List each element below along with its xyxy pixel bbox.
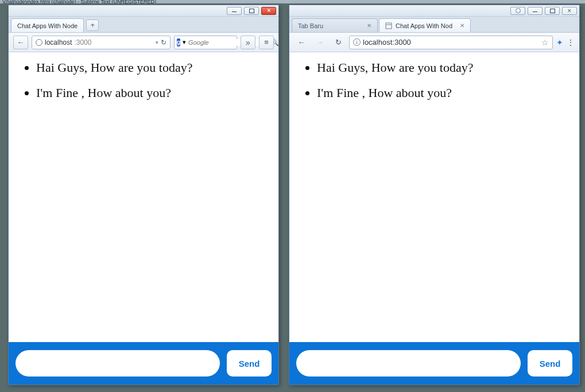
chrome-toolbar: ← → ↻ i ☆ ✦ ⋮ <box>289 33 579 52</box>
chrome-tab-strip: Tab Baru ✕ Chat Apps With Nod ✕ <box>289 17 579 33</box>
forward-button[interactable]: → <box>312 36 327 49</box>
message-input[interactable] <box>296 350 521 377</box>
overflow-button[interactable]: » <box>241 36 255 49</box>
tab-label: Chat Apps With Nod <box>396 22 456 29</box>
address-bar[interactable]: i ☆ <box>349 36 553 49</box>
list-item: Hai Guys, How are you today? <box>36 59 204 76</box>
composer-bar: Send <box>289 342 579 385</box>
globe-icon <box>36 39 42 46</box>
firefox-window: Chat Apps With Node + ← localhost:3000 ▾… <box>8 5 279 385</box>
url-dropdown-icon[interactable]: ▾ <box>156 40 158 45</box>
firefox-tab-strip: Chat Apps With Node + <box>9 17 278 33</box>
search-provider-dropdown-icon[interactable]: ▾ <box>183 38 186 46</box>
page-favicon-icon <box>385 22 392 29</box>
window-close-button[interactable] <box>562 7 577 15</box>
google-provider-icon: g <box>177 38 180 46</box>
window-minimize-button[interactable] <box>528 7 543 15</box>
browser-tab-active[interactable]: Chat Apps With Node <box>11 18 84 32</box>
page-content: Hai Guys, How are you today? I'm Fine , … <box>289 52 579 385</box>
message-input[interactable] <box>16 350 220 377</box>
bookmark-star-icon[interactable]: ☆ <box>541 38 549 47</box>
reload-button[interactable]: ↻ <box>331 36 346 49</box>
tab-label: Tab Baru <box>298 22 363 29</box>
tab-label: Chat Apps With Node <box>17 22 78 29</box>
url-input[interactable] <box>363 38 539 46</box>
message-list: Hai Guys, How are you today? I'm Fine , … <box>9 52 215 342</box>
tab-close-icon[interactable]: ✕ <box>367 22 371 29</box>
svg-rect-0 <box>386 23 392 29</box>
chrome-window: Tab Baru ✕ Chat Apps With Nod ✕ ← → ↻ i … <box>289 5 580 385</box>
window-close-button[interactable] <box>261 7 276 15</box>
url-port: :3000 <box>74 38 91 46</box>
page-content: Hai Guys, How are you today? I'm Fine , … <box>9 52 278 385</box>
message-list: Hai Guys, How are you today? I'm Fine , … <box>289 52 579 342</box>
window-restore-button[interactable] <box>545 7 560 15</box>
window-maximize-button[interactable] <box>244 7 259 15</box>
background-window-title: \chatnode\index.html (chatnode) - Sublim… <box>0 0 585 3</box>
browser-tab-inactive[interactable]: Tab Baru ✕ <box>292 18 378 32</box>
address-bar[interactable]: localhost:3000 ▾ ↻ <box>32 36 171 49</box>
search-box[interactable]: g ▾ 🔍 <box>174 36 237 49</box>
list-item: I'm Fine , How about you? <box>36 84 204 102</box>
window-system-bar <box>9 5 278 17</box>
browser-tab-active[interactable]: Chat Apps With Nod ✕ <box>379 18 471 32</box>
chrome-profile-button[interactable] <box>510 7 525 15</box>
back-button[interactable]: ← <box>294 36 309 49</box>
list-item: I'm Fine , How about you? <box>317 84 568 102</box>
site-info-icon[interactable]: i <box>353 38 361 46</box>
firefox-toolbar: ← localhost:3000 ▾ ↻ g ▾ 🔍 » ≡ <box>9 33 278 52</box>
reload-button[interactable]: ↻ <box>161 38 166 46</box>
search-input[interactable] <box>188 39 268 46</box>
back-button[interactable]: ← <box>13 36 28 49</box>
send-button[interactable]: Send <box>227 350 272 377</box>
extension-icon[interactable]: ✦ <box>556 38 563 47</box>
window-system-bar <box>289 5 579 17</box>
new-tab-button[interactable]: + <box>86 20 99 31</box>
url-host: localhost <box>45 38 72 46</box>
composer-bar: Send <box>9 342 278 385</box>
send-button[interactable]: Send <box>528 350 572 377</box>
chrome-menu-button[interactable]: ⋮ <box>567 38 575 47</box>
list-item: Hai Guys, How are you today? <box>317 59 568 76</box>
menu-button[interactable]: ≡ <box>259 36 274 49</box>
tab-close-icon[interactable]: ✕ <box>460 22 464 29</box>
window-minimize-button[interactable] <box>227 7 242 15</box>
